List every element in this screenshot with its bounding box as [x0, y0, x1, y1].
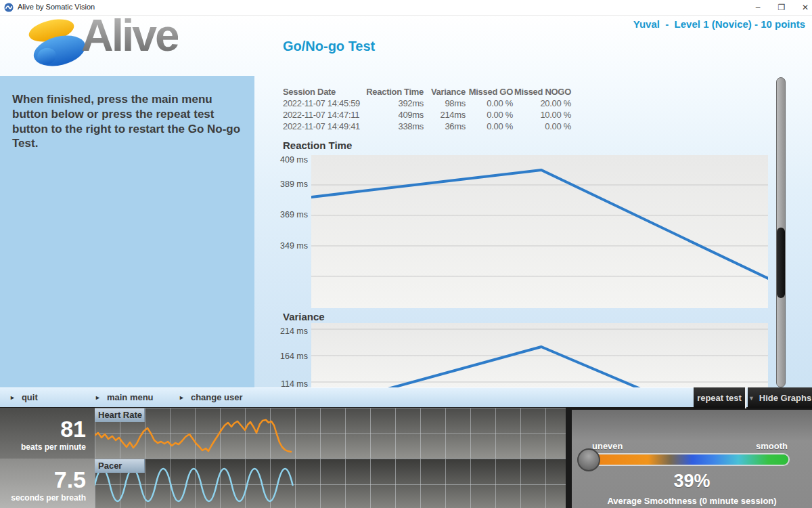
col-missed-go: Missed GO	[466, 87, 513, 97]
alive-logo: Alive	[24, 18, 248, 77]
variance-plot	[311, 323, 768, 387]
arrow-right-icon: ►	[179, 394, 185, 401]
pacer-chart: Pacer	[95, 459, 566, 508]
quit-label: quit	[22, 392, 38, 402]
variance-value: 214ms	[424, 110, 466, 120]
table-row: 2022-11-07 14:45:59 392ms 98ms 0.00 % 20…	[283, 98, 581, 109]
pacer-value: 7.5	[0, 468, 86, 491]
pacer-unit: seconds per breath	[0, 493, 86, 503]
change-user-button[interactable]: ►change user	[179, 392, 243, 402]
pacer-infobox: 7.5 seconds per breath	[0, 459, 95, 508]
col-variance: Variance	[424, 87, 466, 97]
reaction-time-chart	[311, 155, 768, 308]
repeat-test-label: repeat test	[697, 393, 742, 403]
smoothness-percent: 39%	[572, 471, 812, 492]
arrow-right-icon: ►	[9, 394, 16, 401]
reaction-time-plot	[311, 155, 768, 308]
variance-value: 36ms	[424, 121, 466, 131]
vertical-scrollbar-thumb[interactable]	[777, 228, 785, 298]
heart-rate-chart: Heart Rate	[95, 408, 566, 459]
instruction-panel: When finished, press the main menu butto…	[0, 76, 254, 387]
reaction-time-chart-title: Reaction Time	[283, 140, 352, 151]
hide-graphs-label: Hide Graphs	[759, 393, 811, 403]
variance-line	[311, 347, 768, 387]
variance-ytick: 214 ms	[267, 326, 308, 337]
session-date: 2022-11-07 14:49:41	[283, 121, 363, 131]
alive-logo-text: Alive	[81, 9, 178, 61]
reaction-time-value: 409ms	[363, 110, 424, 120]
missed-go-value: 0.00 %	[466, 98, 513, 108]
missed-nogo-value: 20.00 %	[513, 98, 571, 108]
reaction-ytick: 349 ms	[267, 241, 308, 252]
variance-value: 98ms	[424, 98, 466, 108]
biofeedback-panel: 81 beats per minute Heart Rate 7.5 secon…	[0, 406, 812, 508]
heart-rate-infobox: 81 beats per minute	[0, 408, 95, 459]
reaction-ytick: 389 ms	[267, 179, 308, 190]
session-date: 2022-11-07 14:47:11	[283, 110, 363, 120]
pacer-line	[95, 469, 293, 501]
heart-rate-line	[95, 420, 291, 452]
variance-ytick: 164 ms	[267, 352, 308, 362]
missed-nogo-value: 0.00 %	[513, 121, 571, 131]
smoothness-panel: uneven smooth 39% Average Smoothness (0 …	[572, 410, 812, 508]
col-session-date: Session Date	[283, 87, 363, 97]
close-button[interactable]: ✕	[795, 0, 812, 15]
session-table: Session Date Reaction Time Variance Miss…	[283, 86, 581, 132]
col-missed-nogo: Missed NOGO	[513, 87, 571, 97]
quit-button[interactable]: ►quit	[9, 392, 38, 402]
table-header-row: Session Date Reaction Time Variance Miss…	[283, 86, 581, 98]
alive-logo-icon	[24, 18, 87, 69]
smoothness-caption: Average Smoothness (0 minute session)	[572, 496, 812, 506]
app-icon	[4, 3, 14, 12]
missed-go-value: 0.00 %	[466, 110, 513, 120]
heart-rate-value: 81	[0, 417, 86, 440]
footer-bar: ►quit ►main menu ►change user	[0, 387, 812, 407]
main-menu-button[interactable]: ►main menu	[95, 392, 154, 402]
app-window: Alive by Somatic Vision – ❐ ✕ Alive When…	[0, 0, 812, 508]
variance-chart	[311, 323, 768, 387]
reaction-time-line	[311, 170, 768, 278]
main-menu-label: main menu	[107, 392, 154, 402]
uneven-label: uneven	[592, 441, 623, 451]
arrow-right-icon: ►	[95, 394, 101, 401]
table-row: 2022-11-07 14:49:41 338ms 36ms 0.00 % 0.…	[283, 121, 581, 132]
user-status: Yuval - Level 1 (Novice) - 10 points	[633, 18, 805, 30]
heart-rate-plot	[95, 408, 566, 459]
minimize-button[interactable]: –	[748, 0, 768, 15]
session-date: 2022-11-07 14:45:59	[283, 98, 363, 108]
missed-nogo-value: 10.00 %	[513, 110, 571, 120]
repeat-test-button[interactable]: repeat test	[694, 387, 746, 408]
window-title: Alive by Somatic Vision	[18, 3, 95, 11]
heart-rate-unit: beats per minute	[0, 442, 86, 452]
reaction-ytick: 409 ms	[267, 155, 308, 166]
heart-rate-tag: Heart Rate	[95, 408, 145, 422]
pacer-tag: Pacer	[95, 459, 145, 473]
table-row: 2022-11-07 14:47:11 409ms 214ms 0.00 % 1…	[283, 109, 581, 121]
hide-graphs-button[interactable]: ▼ Hide Graphs	[748, 387, 812, 408]
page-title: Go/No-go Test	[283, 39, 375, 54]
reaction-time-value: 338ms	[363, 121, 424, 131]
pacer-plot	[95, 459, 566, 508]
variance-chart-title: Variance	[283, 311, 325, 322]
change-user-label: change user	[191, 392, 243, 402]
instruction-text: When finished, press the main menu butto…	[12, 92, 246, 151]
smoothness-gradient-bar	[588, 454, 788, 465]
title-bar: Alive by Somatic Vision – ❐ ✕	[0, 0, 812, 16]
arrow-down-icon: ▼	[748, 395, 754, 402]
reaction-time-value: 392ms	[363, 98, 424, 108]
smoothness-slider-knob[interactable]	[577, 448, 600, 471]
maximize-button[interactable]: ❐	[771, 0, 792, 15]
missed-go-value: 0.00 %	[466, 121, 513, 131]
reaction-ytick: 369 ms	[267, 210, 308, 221]
col-reaction-time: Reaction Time	[363, 87, 424, 97]
smooth-label: smooth	[756, 441, 788, 451]
